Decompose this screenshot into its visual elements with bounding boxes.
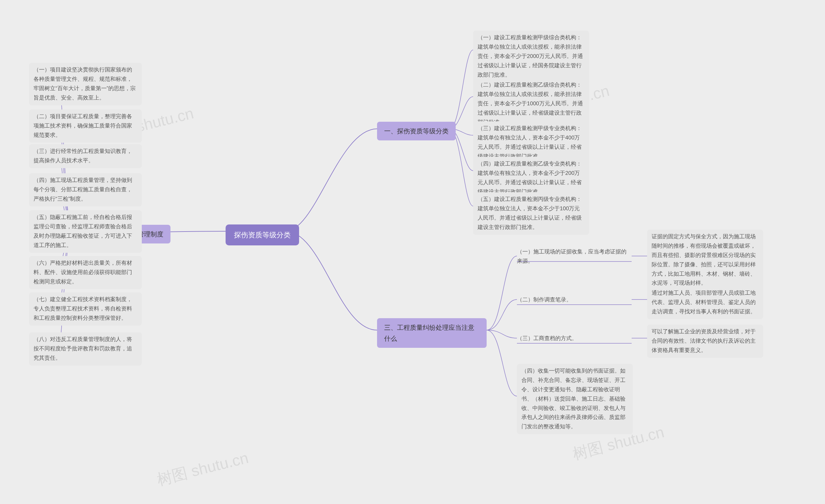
watermark: 树图 shutu.cn	[155, 448, 251, 490]
b1-item-5[interactable]: （五）建设工程质量检测丙级专业类机构：建筑单位独立法人，资本金不少于100万元人…	[473, 192, 589, 235]
b2-item-5[interactable]: （五）隐蔽工程施工前，经自检合格后报监理公司查验，经监理工程师查验合格后及时办理…	[29, 210, 142, 253]
b3-detail-3[interactable]: 可以了解施工企业的资质及经营业绩，对于合同的有效性、法律文书的执行及诉讼的主体资…	[647, 325, 763, 358]
root-node[interactable]: 探伤资质等级分类	[226, 225, 299, 245]
b3-sub-2[interactable]: （二）制作调查笔录。	[517, 294, 631, 306]
branch-1[interactable]: 一、探伤资质等级分类	[377, 122, 456, 141]
b2-item-6[interactable]: （六）严格把好材料进出质量关，所有材料、配件、设施使用前必须获得职能部门检测同意…	[29, 256, 142, 289]
b3-sub-1[interactable]: （一）施工现场的证据收集，应当考虑证据的来源。	[517, 246, 631, 267]
branch-3[interactable]: 三、工程质量纠纷处理应当注意什么	[377, 318, 486, 348]
b3-detail-2[interactable]: 通过对施工人员、项目部管理人员或驻工地代表、监理人员、材料管理员、鉴定人员的走访…	[647, 286, 763, 319]
b2-item-7[interactable]: （七）建立健全工程技术资料档案制度，专人负责整理工程技术资料，将自检资料和工程质…	[29, 292, 142, 326]
b1-item-1[interactable]: （一）建设工程质量检测甲级综合类机构：建筑单位独立法人或依法授权，能承担法律责任…	[473, 30, 589, 82]
b2-item-1[interactable]: （一）项目建设坚决贯彻执行国家颁布的各种质量管理文件、规程、规范和标准，牢固树立…	[29, 63, 142, 105]
b3-sub-3[interactable]: （三）工商查档的方式。	[517, 333, 631, 345]
b2-item-2[interactable]: （二）项目要保证工程质量，整理完善各项施工技术资料，确保施工质量符合国家规范要求…	[29, 109, 142, 143]
b2-item-4[interactable]: （四）施工现场工程质量管理，坚持做到每个分项、分部工程施工质量自检自查，严格执行…	[29, 173, 142, 206]
b3-sub-4[interactable]: （四）收集一切可能收集到的书面证据。如合同、补充合同、备忘录、现场签证、开工令、…	[517, 364, 633, 434]
b2-item-3[interactable]: （三）进行经常性的工程质量知识教育，提高操作人员技术水平。	[29, 144, 142, 168]
b3-detail-1[interactable]: 证据的固定方式与保全方式，因为施工现场随时间的推移，有些现场会被覆盖或破坏，而且…	[647, 230, 763, 290]
b2-item-8[interactable]: （八）对违反工程质量管理制度的人，将按不同程度给予批评教育和罚款教育，追究其责任…	[29, 332, 142, 365]
